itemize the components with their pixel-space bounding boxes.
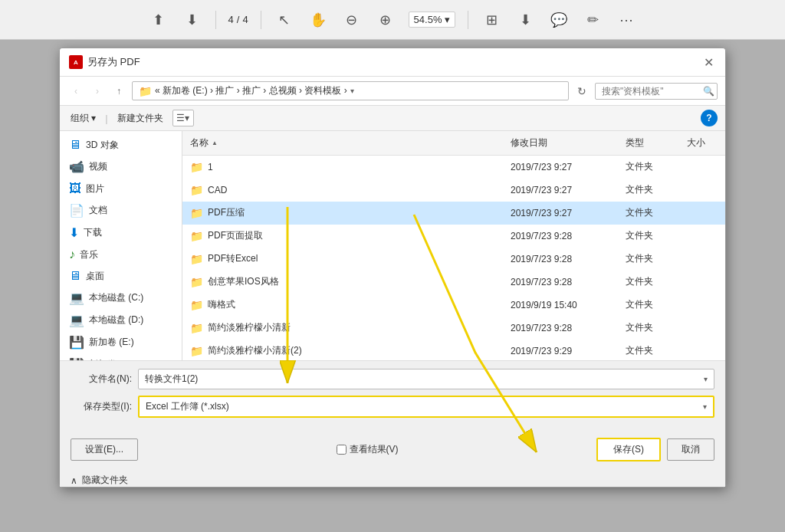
col-size[interactable]: 大小 [679, 134, 725, 152]
file-type: 文件夹 [618, 251, 679, 267]
sidebar-item-drive-d[interactable]: 💻 本地磁盘 (D:) [60, 309, 182, 331]
filename-row: 文件名(N): 转换文件1(2) ▾ [71, 369, 714, 389]
page-indicator: 4 / 4 [228, 14, 248, 25]
hide-folders-btn[interactable]: ∧ 隐藏文件夹 [60, 469, 725, 487]
settings-button[interactable]: 设置(E)... [71, 438, 138, 461]
comment-btn[interactable]: 💬 [548, 9, 570, 31]
zoom-selector[interactable]: 54.5% ▾ [409, 11, 456, 28]
col-name[interactable]: 名称 ▲ [182, 134, 503, 152]
table-row[interactable]: 📁 创意苹果IOS风格 2019/7/23 9:28 文件夹 [182, 271, 725, 294]
folder-icon: 📁 [190, 322, 203, 334]
page-total: 4 [242, 14, 248, 25]
zoom-out-btn[interactable]: ⊖ [341, 9, 363, 31]
sidebar-item-3d[interactable]: 🖥 3D 对象 [60, 134, 182, 156]
sidebar-label-drive-d: 本地磁盘 (D:) [89, 314, 143, 327]
search-input[interactable] [595, 83, 718, 100]
nav-forward-btn[interactable]: › [89, 83, 106, 100]
file-name: PDF转Excel [208, 252, 258, 265]
savetype-input[interactable]: Excel 工作簿 (*.xlsx) ▾ [138, 396, 714, 418]
table-row[interactable]: 📁 1 2019/7/23 9:27 文件夹 [182, 156, 725, 179]
3d-icon: 🖥 [69, 138, 81, 152]
filename-input[interactable]: 转换文件1(2) ▾ [138, 369, 714, 389]
savetype-row: 保存类型(I): Excel 工作簿 (*.xlsx) ▾ [71, 396, 714, 418]
col-type-label: 类型 [626, 137, 644, 148]
file-size [679, 327, 725, 330]
file-type: 文件夹 [618, 274, 679, 290]
sidebar-item-documents[interactable]: 📄 文档 [60, 199, 182, 222]
new-folder-btn[interactable]: 新建文件夹 [114, 110, 166, 126]
help-btn[interactable]: ? [701, 110, 718, 126]
view-btn[interactable]: ☰▾ [172, 110, 194, 126]
col-date[interactable]: 修改日期 [503, 134, 618, 152]
zoom-in-btn[interactable]: ⊕ [375, 9, 396, 31]
file-type: 文件夹 [618, 205, 679, 221]
nav-up-btn[interactable]: ↑ [110, 83, 127, 100]
folder-icon: 📁 [190, 184, 203, 196]
cursor-tool-btn[interactable]: ↖ [274, 9, 295, 31]
organize-btn[interactable]: 组织 ▾ [67, 110, 99, 126]
sidebar-item-desktop[interactable]: 🖥 桌面 [60, 265, 182, 287]
table-row[interactable]: 📁 嗨格式 2019/9/19 15:40 文件夹 [182, 294, 725, 317]
file-type: 文件夹 [618, 159, 679, 175]
edit-btn[interactable]: ✏ [582, 9, 603, 31]
sidebar-item-video[interactable]: 📹 视频 [60, 156, 182, 178]
sidebar-item-drive-e1[interactable]: 💾 新加卷 (E:) [60, 331, 182, 353]
btn-group: 保存(S) 取消 [596, 438, 714, 461]
toolbar-divider-2 [261, 11, 261, 29]
dialog-title: 另存为 PDF [87, 55, 140, 69]
drive-d-icon: 💻 [69, 313, 84, 327]
dialog-titlebar: A 另存为 PDF ✕ [60, 48, 725, 77]
file-size [679, 304, 725, 307]
dialog-body: 🖥 3D 对象 📹 视频 🖼 图片 📄 文档 ⬇ 下载 [60, 131, 725, 361]
file-cell-name: 📁 嗨格式 [182, 297, 503, 313]
cancel-button[interactable]: 取消 [667, 438, 714, 461]
table-row[interactable]: 📁 PDF页面提取 2019/7/23 9:28 文件夹 [182, 225, 725, 248]
sidebar-item-music[interactable]: ♪ 音乐 [60, 244, 182, 265]
sidebar-item-drive-e2[interactable]: 💾 新加卷 (E:) [60, 353, 182, 360]
folder-icon: 📁 [190, 299, 203, 311]
table-row[interactable]: 📁 简约淡雅柠檬小清新 2019/7/23 9:28 文件夹 [182, 317, 725, 340]
file-size [679, 350, 725, 353]
address-dropdown-icon[interactable]: ▾ [350, 87, 354, 95]
toolbar-divider-3 [468, 11, 468, 29]
file-size [679, 235, 725, 238]
col-type[interactable]: 类型 [618, 134, 679, 152]
address-path[interactable]: 📁 « 新加卷 (E:) › 推广 › 推广 › 总视频 › 资料模板 › ▾ [132, 81, 569, 100]
nav-back-btn[interactable]: ‹ [67, 83, 84, 100]
table-row[interactable]: 📁 简约淡雅柠檬小清新(2) 2019/7/23 9:29 文件夹 [182, 340, 725, 360]
folder-icon: 📁 [190, 230, 203, 242]
save-button[interactable]: 保存(S) [596, 438, 661, 461]
table-row[interactable]: 📁 CAD 2019/7/23 9:27 文件夹 [182, 179, 725, 202]
hand-tool-btn[interactable]: ✋ [307, 9, 329, 31]
toolbar-divider-1 [215, 11, 216, 29]
file-cell-name: 📁 PDF转Excel [182, 251, 503, 267]
file-name: 简约淡雅柠檬小清新 [208, 321, 291, 334]
file-name: CAD [208, 185, 227, 195]
view-result-checkbox[interactable] [337, 445, 347, 455]
toolbar-down-btn[interactable]: ⬇ [182, 9, 203, 31]
sidebar-item-drive-c[interactable]: 💻 本地磁盘 (C:) [60, 287, 182, 309]
zoom-dropdown-icon: ▾ [445, 14, 450, 25]
table-row[interactable]: 📁 PDF转Excel 2019/7/23 9:28 文件夹 [182, 248, 725, 271]
savetype-dropdown-icon: ▾ [703, 402, 707, 411]
sort-arrow-icon: ▲ [212, 140, 218, 146]
downloads-icon: ⬇ [69, 225, 79, 240]
sidebar-label-music: 音乐 [80, 248, 98, 261]
file-size [679, 189, 725, 192]
more-btn[interactable]: ⋯ [616, 9, 637, 31]
table-row[interactable]: 📁 PDF压缩 2019/7/23 9:27 文件夹 [182, 202, 725, 225]
grid-tool-btn[interactable]: ⊞ [481, 9, 502, 31]
refresh-btn[interactable]: ↻ [573, 83, 590, 100]
video-icon: 📹 [69, 159, 84, 174]
sidebar-item-pictures[interactable]: 🖼 图片 [60, 178, 182, 199]
search-icon[interactable]: 🔍 [703, 86, 714, 97]
dialog-close-button[interactable]: ✕ [701, 54, 716, 70]
toolbar-up-btn[interactable]: ⬆ [148, 9, 169, 31]
file-type: 文件夹 [618, 343, 679, 359]
download-btn[interactable]: ⬇ [514, 9, 536, 31]
file-cell-name: 📁 1 [182, 159, 503, 175]
app-toolbar: ⬆ ⬇ 4 / 4 ↖ ✋ ⊖ ⊕ 54.5% ▾ ⊞ ⬇ 💬 ✏ ⋯ [0, 0, 785, 40]
sidebar-item-downloads[interactable]: ⬇ 下载 [60, 222, 182, 244]
file-name: PDF页面提取 [208, 229, 263, 242]
col-size-label: 大小 [687, 137, 705, 148]
